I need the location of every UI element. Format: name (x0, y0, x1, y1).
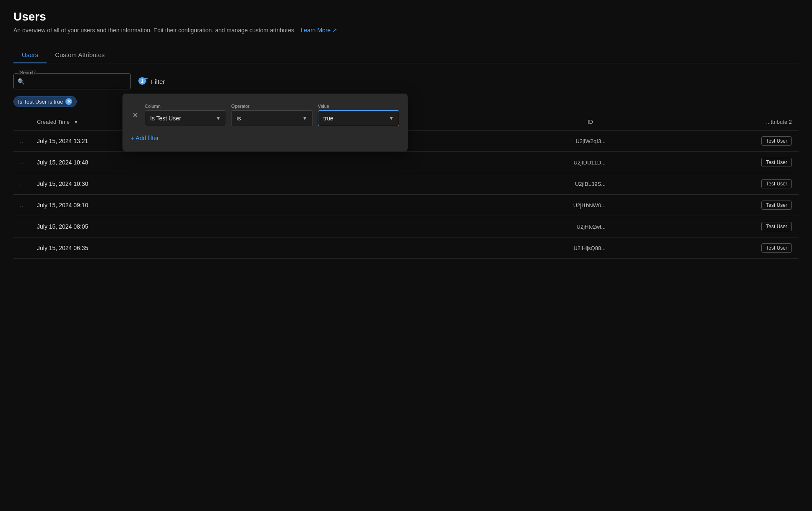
filter-operator-field: Operator is ▼ (231, 104, 312, 126)
tabs-bar: Users Custom Attributes (13, 47, 799, 63)
cell-id: U2jIBL39S... (406, 173, 618, 195)
cell-created-time: July 15, 2024 10:30 (30, 173, 296, 195)
page-subtitle: An overview of all of your users and the… (13, 27, 799, 34)
col-header-id: ID (406, 114, 618, 130)
filter-close-button[interactable]: ✕ (131, 110, 140, 121)
value-label: Value (318, 104, 399, 109)
cell-tenant (296, 173, 406, 195)
cell-badge: Test User (618, 237, 799, 259)
user-badge: Test User (761, 243, 792, 253)
filter-chip: Is Test User is true ✕ (13, 96, 77, 107)
cell-created-time: July 15, 2024 08:05 (30, 216, 296, 237)
sort-icon: ▼ (74, 120, 78, 125)
filter-dropdown: ✕ Column Is Test User ▼ Operator is ▼ Va… (122, 94, 408, 151)
user-badge: Test User (761, 222, 792, 231)
user-badge: Test User (761, 201, 792, 210)
add-filter-button[interactable]: + Add filter (131, 133, 159, 143)
row-dots: .. (13, 195, 30, 216)
row-dots: .. (13, 130, 30, 152)
filter-label: Filter (151, 78, 165, 85)
cell-badge: Test User (618, 195, 799, 216)
operator-label: Operator (231, 104, 312, 109)
table-row[interactable]: .. July 15, 2024 10:48 U2jIDU11D... Test… (13, 152, 799, 173)
table-row[interactable]: . July 15, 2024 10:30 U2jIBL39S... Test … (13, 173, 799, 195)
search-icon: 🔍 (18, 78, 25, 85)
tab-users[interactable]: Users (13, 47, 47, 63)
search-wrapper: Search 🔍 (13, 73, 131, 89)
user-badge: Test User (761, 136, 792, 146)
cell-badge: Test User (618, 130, 799, 152)
value-select[interactable]: true ▼ (318, 110, 399, 126)
row-dots: .. (13, 152, 30, 173)
row-dots: . (13, 216, 30, 237)
table-row[interactable]: July 15, 2024 06:35 U2jHijsQ88... Test U… (13, 237, 799, 259)
col-header-attribute2: ...ttribute 2 (618, 114, 799, 130)
search-label: Search (18, 70, 36, 75)
filter-column-field: Column Is Test User ▼ (145, 104, 226, 126)
cell-badge: Test User (618, 173, 799, 195)
cell-id: U2jIDU11D... (406, 152, 618, 173)
table-row[interactable]: .. July 15, 2024 09:10 U2jI1bNW0... Test… (13, 195, 799, 216)
filter-icon-wrap: 1 (139, 78, 148, 85)
learn-more-link[interactable]: Learn More ↗ (299, 27, 337, 34)
filter-badge: 1 (138, 77, 146, 85)
cell-created-time: July 15, 2024 10:48 (30, 152, 296, 173)
cell-created-time: July 15, 2024 09:10 (30, 195, 296, 216)
row-dots: . (13, 173, 30, 195)
cell-tenant (296, 216, 406, 237)
cell-tenant (296, 237, 406, 259)
user-badge: Test User (761, 179, 792, 188)
table-row[interactable]: . July 15, 2024 08:05 U2jHtc2wl... Test … (13, 216, 799, 237)
cell-tenant (296, 195, 406, 216)
value-chevron-icon: ▼ (389, 115, 394, 121)
cell-tenant (296, 152, 406, 173)
filter-row: ✕ Column Is Test User ▼ Operator is ▼ Va… (131, 104, 399, 126)
toolbar: Search 🔍 1 Filter ✕ Column Is Test User … (13, 73, 799, 89)
cell-id: U2jIW2qI3... (406, 130, 618, 152)
tab-custom-attributes[interactable]: Custom Attributes (47, 47, 113, 63)
cell-id: U2jHtc2wl... (406, 216, 618, 237)
operator-select[interactable]: is ▼ (231, 110, 312, 126)
row-dots (13, 237, 30, 259)
filter-button[interactable]: 1 Filter (138, 75, 167, 89)
page-title: Users (13, 10, 799, 23)
filter-chip-remove-button[interactable]: ✕ (65, 98, 72, 105)
column-chevron-icon: ▼ (216, 115, 221, 121)
operator-chevron-icon: ▼ (302, 115, 307, 121)
filter-value-field: Value true ▼ (318, 104, 399, 126)
user-badge: Test User (761, 158, 792, 167)
column-label: Column (145, 104, 226, 109)
search-input[interactable] (13, 73, 131, 89)
col-header-empty (13, 114, 30, 130)
cell-id: U2jHijsQ88... (406, 237, 618, 259)
cell-badge: Test User (618, 216, 799, 237)
cell-created-time: July 15, 2024 06:35 (30, 237, 296, 259)
cell-badge: Test User (618, 152, 799, 173)
cell-id: U2jI1bNW0... (406, 195, 618, 216)
column-select[interactable]: Is Test User ▼ (145, 110, 226, 126)
